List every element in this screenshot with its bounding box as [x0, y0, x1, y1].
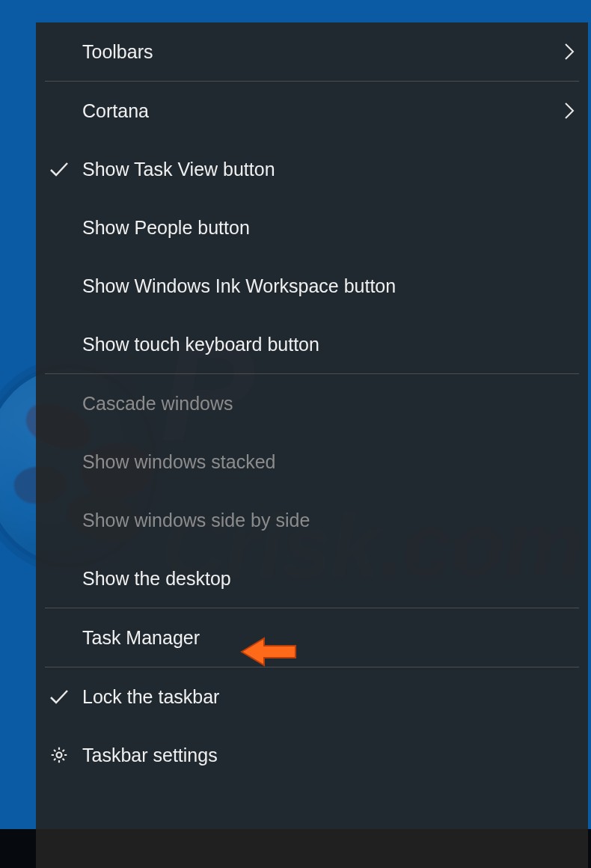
- check-icon: [36, 161, 82, 177]
- menu-item-label: Cascade windows: [82, 393, 545, 415]
- menu-item-label: Toolbars: [82, 41, 545, 63]
- menu-item-label: Taskbar settings: [82, 745, 545, 766]
- menu-item-label: Show windows stacked: [82, 451, 545, 473]
- menu-item-show-desktop[interactable]: Show the desktop: [36, 549, 588, 608]
- svg-point-0: [57, 753, 62, 758]
- menu-item-label: Show the desktop: [82, 568, 545, 590]
- menu-item-label: Show Windows Ink Workspace button: [82, 275, 545, 297]
- menu-item-task-manager[interactable]: Task Manager: [36, 608, 588, 667]
- gear-icon: [36, 745, 82, 765]
- menu-item-lock-taskbar[interactable]: Lock the taskbar: [36, 667, 588, 726]
- taskbar-context-menu: Toolbars Cortana Show Task View button S…: [36, 22, 588, 868]
- menu-item-label: Show windows side by side: [82, 510, 545, 531]
- chevron-right-icon: [545, 102, 575, 120]
- menu-item-label: Show People button: [82, 217, 545, 239]
- menu-item-show-ink-workspace[interactable]: Show Windows Ink Workspace button: [36, 257, 588, 315]
- desktop-background: PCrisk.com Toolbars Cortana Show Task Vi…: [0, 0, 591, 868]
- menu-item-show-windows-stacked: Show windows stacked: [36, 433, 588, 491]
- check-icon: [36, 688, 82, 705]
- menu-item-show-people[interactable]: Show People button: [36, 198, 588, 257]
- menu-item-taskbar-settings[interactable]: Taskbar settings: [36, 726, 588, 784]
- menu-item-label: Show Task View button: [82, 159, 545, 180]
- menu-item-label: Show touch keyboard button: [82, 334, 545, 355]
- menu-item-show-windows-side-by-side: Show windows side by side: [36, 491, 588, 549]
- menu-item-cascade-windows: Cascade windows: [36, 374, 588, 433]
- menu-item-show-task-view[interactable]: Show Task View button: [36, 140, 588, 198]
- menu-item-label: Cortana: [82, 100, 545, 122]
- menu-item-cortana[interactable]: Cortana: [36, 82, 588, 140]
- menu-item-toolbars[interactable]: Toolbars: [36, 22, 588, 81]
- menu-item-label: Task Manager: [82, 627, 545, 649]
- chevron-right-icon: [545, 43, 575, 61]
- menu-item-show-touch-keyboard[interactable]: Show touch keyboard button: [36, 315, 588, 373]
- menu-item-label: Lock the taskbar: [82, 686, 545, 708]
